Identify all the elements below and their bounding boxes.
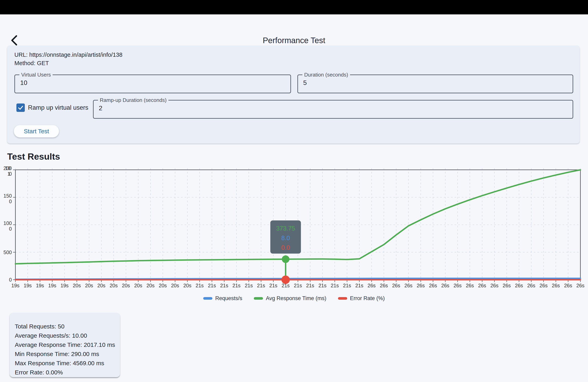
x-axis-label: 26s xyxy=(404,283,412,288)
x-axis-label: 21s xyxy=(343,283,351,288)
virtual-users-field[interactable]: Virtual Users 10 xyxy=(14,75,291,93)
ramp-up-duration-value: 2 xyxy=(99,104,102,112)
x-axis-label: 26s xyxy=(441,283,449,288)
legend-label: Error Rate (%) xyxy=(350,295,385,302)
legend-item: Error Rate (%) xyxy=(338,295,385,302)
x-axis-label: 20s xyxy=(147,283,154,288)
legend-swatch-icon xyxy=(254,297,263,300)
x-axis-label: 20s xyxy=(97,283,105,288)
virtual-users-label: Virtual Users xyxy=(20,72,53,78)
y-axis-label: 0 xyxy=(9,199,12,204)
x-axis-label: 21s xyxy=(306,283,314,288)
x-axis-label: 20s xyxy=(110,283,118,288)
x-axis-label: 21s xyxy=(245,283,253,288)
tooltip-value: 0.0 xyxy=(281,244,290,251)
x-axis-label: 20s xyxy=(134,283,142,288)
x-axis-label: 26s xyxy=(380,283,388,288)
x-axis-label: 21s xyxy=(318,283,326,288)
chart: 050010001500200010119s19s19s19s19s20s20s… xyxy=(0,160,588,292)
y-axis-label: 100 xyxy=(3,220,12,226)
x-axis-label: 26s xyxy=(490,283,498,288)
active-dot-response-time xyxy=(282,255,289,263)
tooltip-value: 8.0 xyxy=(281,234,290,242)
x-axis-label: 26s xyxy=(552,283,560,288)
x-axis-label: 19s xyxy=(36,283,44,288)
summary-error-rate: Error Rate: 0.00% xyxy=(15,368,120,377)
results-chart[interactable]: 050010001500200010119s19s19s19s19s20s20s… xyxy=(0,160,588,292)
x-axis-label: 26s xyxy=(503,283,511,288)
x-axis-label: 21s xyxy=(220,283,228,288)
x-axis-label: 20s xyxy=(159,283,167,288)
summary-max-response-time: Max Response Time: 4569.00 ms xyxy=(15,359,120,368)
x-axis-label: 20s xyxy=(73,283,81,288)
duration-field[interactable]: Duration (seconds) 5 xyxy=(297,75,573,93)
x-axis-label: 19s xyxy=(24,283,32,288)
x-axis-label: 26s xyxy=(454,283,462,288)
y-axis-label: 150 xyxy=(3,193,12,199)
summary-card: Total Requests: 50 Average Requests/s: 1… xyxy=(10,313,120,377)
start-test-button[interactable]: Start Test xyxy=(14,125,59,137)
x-axis-label: 19s xyxy=(48,283,56,288)
x-axis-label: 26s xyxy=(466,283,474,288)
x-axis-label: 21s xyxy=(232,283,240,288)
y-axis-label: 0 xyxy=(9,277,12,283)
ramp-up-checkbox[interactable] xyxy=(16,103,25,112)
y-axis-overlap-label: 1 xyxy=(7,171,10,177)
test-config-card: URL: https://onnstage.in/api/artist/info… xyxy=(7,46,580,143)
legend-label: Requests/s xyxy=(215,295,242,302)
x-axis-label: 20s xyxy=(122,283,130,288)
virtual-users-value: 10 xyxy=(20,79,27,87)
target-url-text: URL: https://onnstage.in/api/artist/info… xyxy=(14,52,122,58)
x-axis-label: 21s xyxy=(257,283,265,288)
summary-min-response-time: Min Response Time: 290.00 ms xyxy=(15,349,120,359)
page-title: Performance Test xyxy=(0,36,588,45)
ramp-up-duration-field[interactable]: Ramp-up Duration (seconds) 2 xyxy=(93,100,573,119)
active-dot-error-rate xyxy=(281,275,290,284)
ramp-up-checkbox-label: Ramp up virtual users xyxy=(28,104,88,111)
http-method-text: Method: GET xyxy=(14,60,49,67)
summary-avg-response-time: Average Response Time: 2017.10 ms xyxy=(15,340,120,349)
x-axis-label: 21s xyxy=(331,283,339,288)
summary-avg-requests: Average Requests/s: 10.00 xyxy=(15,331,120,340)
y-axis-label: 500 xyxy=(3,249,12,255)
x-axis-label: 26s xyxy=(527,283,535,288)
legend-swatch-icon xyxy=(203,297,212,300)
x-axis-label: 21s xyxy=(355,283,363,288)
chart-legend: Requests/sAvg Response Time (ms)Error Ra… xyxy=(0,295,588,302)
legend-item: Avg Response Time (ms) xyxy=(254,295,326,302)
summary-total-requests: Total Requests: 50 xyxy=(15,322,120,331)
checkmark-icon xyxy=(17,104,24,111)
x-axis-label: 21s xyxy=(269,283,277,288)
x-axis-label: 20s xyxy=(85,283,93,288)
app-bar: Performance Test xyxy=(0,14,588,42)
x-axis-label: 26s xyxy=(392,283,400,288)
duration-value: 5 xyxy=(303,79,307,87)
x-axis-label: 26s xyxy=(540,283,547,288)
x-axis-label: 21s xyxy=(196,283,204,288)
x-axis-label: 26s xyxy=(429,283,437,288)
legend-item: Requests/s xyxy=(203,295,242,302)
y-axis-overlap-label: 10 xyxy=(5,165,11,171)
ramp-up-checkbox-row[interactable]: Ramp up virtual users xyxy=(16,103,88,112)
x-axis-label: 19s xyxy=(60,283,68,288)
x-axis-label: 26s xyxy=(576,283,584,288)
x-axis-label: 21s xyxy=(208,283,216,288)
y-axis-label: 0 xyxy=(9,226,12,231)
legend-swatch-icon xyxy=(338,297,347,300)
duration-label: Duration (seconds) xyxy=(302,72,350,78)
tooltip-value: 373.75 xyxy=(276,225,295,232)
x-axis-label: 20s xyxy=(171,283,179,288)
x-axis-label: 21s xyxy=(294,283,302,288)
x-axis-label: 26s xyxy=(368,283,376,288)
x-axis-label: 26s xyxy=(564,283,572,288)
ramp-up-duration-label: Ramp-up Duration (seconds) xyxy=(98,97,168,103)
x-axis-label: 26s xyxy=(478,283,486,288)
legend-label: Avg Response Time (ms) xyxy=(266,295,326,302)
x-axis-label: 19s xyxy=(11,283,20,288)
x-axis-label: 20s xyxy=(183,283,191,288)
status-bar xyxy=(0,0,588,14)
x-axis-label: 26s xyxy=(515,283,523,288)
x-axis-label: 26s xyxy=(417,283,425,288)
